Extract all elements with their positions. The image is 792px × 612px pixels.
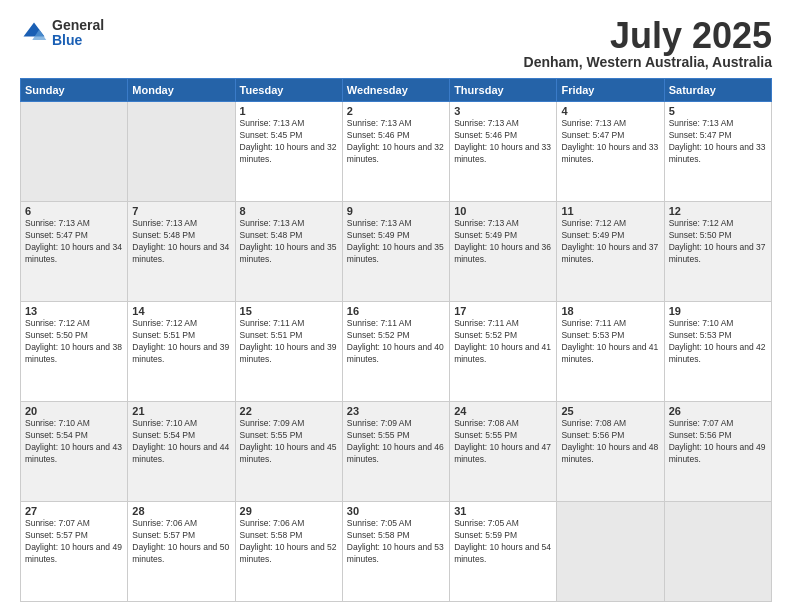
table-row: 14 Sunrise: 7:12 AM Sunset: 5:51 PM Dayl… — [128, 302, 235, 402]
day-number: 22 — [240, 405, 338, 417]
day-number: 26 — [669, 405, 767, 417]
header-sunday: Sunday — [21, 79, 128, 102]
table-row: 15 Sunrise: 7:11 AM Sunset: 5:51 PM Dayl… — [235, 302, 342, 402]
daylight-text: Daylight: 10 hours and 42 minutes. — [669, 342, 767, 366]
table-row: 21 Sunrise: 7:10 AM Sunset: 5:54 PM Dayl… — [128, 402, 235, 502]
day-number: 19 — [669, 305, 767, 317]
table-row: 23 Sunrise: 7:09 AM Sunset: 5:55 PM Dayl… — [342, 402, 449, 502]
table-row: 31 Sunrise: 7:05 AM Sunset: 5:59 PM Dayl… — [450, 502, 557, 602]
day-info: Sunrise: 7:12 AM Sunset: 5:50 PM Dayligh… — [669, 218, 767, 266]
sunset-text: Sunset: 5:51 PM — [240, 330, 338, 342]
day-info: Sunrise: 7:05 AM Sunset: 5:59 PM Dayligh… — [454, 518, 552, 566]
sunrise-text: Sunrise: 7:11 AM — [347, 318, 445, 330]
daylight-text: Daylight: 10 hours and 35 minutes. — [240, 242, 338, 266]
daylight-text: Daylight: 10 hours and 34 minutes. — [132, 242, 230, 266]
daylight-text: Daylight: 10 hours and 36 minutes. — [454, 242, 552, 266]
sunset-text: Sunset: 5:48 PM — [240, 230, 338, 242]
day-number: 14 — [132, 305, 230, 317]
day-info: Sunrise: 7:13 AM Sunset: 5:49 PM Dayligh… — [347, 218, 445, 266]
daylight-text: Daylight: 10 hours and 37 minutes. — [669, 242, 767, 266]
sunset-text: Sunset: 5:59 PM — [454, 530, 552, 542]
calendar-week-row: 1 Sunrise: 7:13 AM Sunset: 5:45 PM Dayli… — [21, 102, 772, 202]
day-info: Sunrise: 7:11 AM Sunset: 5:52 PM Dayligh… — [347, 318, 445, 366]
logo: General Blue — [20, 18, 104, 49]
day-info: Sunrise: 7:13 AM Sunset: 5:47 PM Dayligh… — [561, 118, 659, 166]
daylight-text: Daylight: 10 hours and 32 minutes. — [347, 142, 445, 166]
calendar-table: Sunday Monday Tuesday Wednesday Thursday… — [20, 78, 772, 602]
table-row: 3 Sunrise: 7:13 AM Sunset: 5:46 PM Dayli… — [450, 102, 557, 202]
month-title: July 2025 — [524, 18, 772, 54]
sunset-text: Sunset: 5:45 PM — [240, 130, 338, 142]
table-row: 25 Sunrise: 7:08 AM Sunset: 5:56 PM Dayl… — [557, 402, 664, 502]
header-thursday: Thursday — [450, 79, 557, 102]
daylight-text: Daylight: 10 hours and 54 minutes. — [454, 542, 552, 566]
sunrise-text: Sunrise: 7:09 AM — [347, 418, 445, 430]
day-info: Sunrise: 7:08 AM Sunset: 5:56 PM Dayligh… — [561, 418, 659, 466]
day-info: Sunrise: 7:13 AM Sunset: 5:47 PM Dayligh… — [669, 118, 767, 166]
sunrise-text: Sunrise: 7:08 AM — [561, 418, 659, 430]
table-row: 17 Sunrise: 7:11 AM Sunset: 5:52 PM Dayl… — [450, 302, 557, 402]
table-row: 4 Sunrise: 7:13 AM Sunset: 5:47 PM Dayli… — [557, 102, 664, 202]
header-monday: Monday — [128, 79, 235, 102]
table-row: 10 Sunrise: 7:13 AM Sunset: 5:49 PM Dayl… — [450, 202, 557, 302]
table-row: 8 Sunrise: 7:13 AM Sunset: 5:48 PM Dayli… — [235, 202, 342, 302]
page: General Blue July 2025 Denham, Western A… — [0, 0, 792, 612]
daylight-text: Daylight: 10 hours and 39 minutes. — [240, 342, 338, 366]
day-info: Sunrise: 7:11 AM Sunset: 5:53 PM Dayligh… — [561, 318, 659, 366]
calendar-week-row: 20 Sunrise: 7:10 AM Sunset: 5:54 PM Dayl… — [21, 402, 772, 502]
sunset-text: Sunset: 5:47 PM — [561, 130, 659, 142]
daylight-text: Daylight: 10 hours and 41 minutes. — [454, 342, 552, 366]
sunset-text: Sunset: 5:48 PM — [132, 230, 230, 242]
logo-blue-text: Blue — [52, 33, 104, 48]
sunset-text: Sunset: 5:47 PM — [669, 130, 767, 142]
sunset-text: Sunset: 5:55 PM — [240, 430, 338, 442]
sunset-text: Sunset: 5:54 PM — [25, 430, 123, 442]
calendar-week-row: 6 Sunrise: 7:13 AM Sunset: 5:47 PM Dayli… — [21, 202, 772, 302]
day-number: 5 — [669, 105, 767, 117]
day-number: 16 — [347, 305, 445, 317]
daylight-text: Daylight: 10 hours and 32 minutes. — [240, 142, 338, 166]
day-info: Sunrise: 7:05 AM Sunset: 5:58 PM Dayligh… — [347, 518, 445, 566]
table-row: 20 Sunrise: 7:10 AM Sunset: 5:54 PM Dayl… — [21, 402, 128, 502]
table-row: 1 Sunrise: 7:13 AM Sunset: 5:45 PM Dayli… — [235, 102, 342, 202]
day-number: 27 — [25, 505, 123, 517]
sunrise-text: Sunrise: 7:13 AM — [561, 118, 659, 130]
table-row: 5 Sunrise: 7:13 AM Sunset: 5:47 PM Dayli… — [664, 102, 771, 202]
header-tuesday: Tuesday — [235, 79, 342, 102]
table-row: 7 Sunrise: 7:13 AM Sunset: 5:48 PM Dayli… — [128, 202, 235, 302]
sunrise-text: Sunrise: 7:10 AM — [669, 318, 767, 330]
sunrise-text: Sunrise: 7:12 AM — [132, 318, 230, 330]
day-number: 25 — [561, 405, 659, 417]
sunrise-text: Sunrise: 7:13 AM — [454, 118, 552, 130]
daylight-text: Daylight: 10 hours and 33 minutes. — [561, 142, 659, 166]
sunset-text: Sunset: 5:57 PM — [25, 530, 123, 542]
daylight-text: Daylight: 10 hours and 48 minutes. — [561, 442, 659, 466]
sunrise-text: Sunrise: 7:11 AM — [561, 318, 659, 330]
day-number: 9 — [347, 205, 445, 217]
table-row: 29 Sunrise: 7:06 AM Sunset: 5:58 PM Dayl… — [235, 502, 342, 602]
sunset-text: Sunset: 5:55 PM — [454, 430, 552, 442]
table-row: 16 Sunrise: 7:11 AM Sunset: 5:52 PM Dayl… — [342, 302, 449, 402]
day-number: 10 — [454, 205, 552, 217]
weekday-header-row: Sunday Monday Tuesday Wednesday Thursday… — [21, 79, 772, 102]
table-row: 12 Sunrise: 7:12 AM Sunset: 5:50 PM Dayl… — [664, 202, 771, 302]
sunrise-text: Sunrise: 7:07 AM — [25, 518, 123, 530]
day-number: 28 — [132, 505, 230, 517]
sunrise-text: Sunrise: 7:07 AM — [669, 418, 767, 430]
sunrise-text: Sunrise: 7:12 AM — [561, 218, 659, 230]
day-info: Sunrise: 7:13 AM Sunset: 5:45 PM Dayligh… — [240, 118, 338, 166]
day-number: 3 — [454, 105, 552, 117]
day-info: Sunrise: 7:13 AM Sunset: 5:46 PM Dayligh… — [454, 118, 552, 166]
sunset-text: Sunset: 5:50 PM — [669, 230, 767, 242]
sunset-text: Sunset: 5:49 PM — [561, 230, 659, 242]
table-row: 19 Sunrise: 7:10 AM Sunset: 5:53 PM Dayl… — [664, 302, 771, 402]
table-row: 27 Sunrise: 7:07 AM Sunset: 5:57 PM Dayl… — [21, 502, 128, 602]
sunrise-text: Sunrise: 7:10 AM — [132, 418, 230, 430]
daylight-text: Daylight: 10 hours and 37 minutes. — [561, 242, 659, 266]
day-info: Sunrise: 7:06 AM Sunset: 5:58 PM Dayligh… — [240, 518, 338, 566]
sunset-text: Sunset: 5:52 PM — [347, 330, 445, 342]
sunset-text: Sunset: 5:53 PM — [669, 330, 767, 342]
logo-general-text: General — [52, 18, 104, 33]
sunset-text: Sunset: 5:55 PM — [347, 430, 445, 442]
table-row: 13 Sunrise: 7:12 AM Sunset: 5:50 PM Dayl… — [21, 302, 128, 402]
